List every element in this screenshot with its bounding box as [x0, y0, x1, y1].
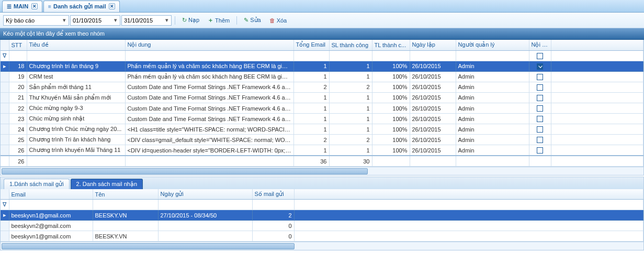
col-ten[interactable]: Tên: [93, 189, 158, 200]
col-somail[interactable]: Số mail gửi: [252, 189, 294, 200]
header-row: STT Tiêu đề Nội dung Tổng Email SL thành…: [1, 40, 643, 50]
horizontal-scrollbar[interactable]: [1, 242, 643, 250]
table-row[interactable]: 24Chương trình Chúc mừng ngày 20...<H1 c…: [1, 124, 643, 135]
filter-cell[interactable]: [252, 200, 294, 210]
table-row[interactable]: beeskyvn2@gmail.com0: [1, 221, 643, 231]
cell-rate: 100%: [372, 92, 410, 103]
scrollbar-thumb[interactable]: [2, 168, 368, 174]
checkbox-icon[interactable]: [537, 74, 543, 80]
filter-icon[interactable]: ∇: [1, 50, 9, 61]
col-tltc[interactable]: TL thành c...: [372, 40, 410, 50]
cell-content: Phần mềm quản lý và chăm sóc khách hàng …: [125, 61, 293, 71]
col-noibo[interactable]: Nội bộ: [529, 40, 551, 50]
checkbox-icon[interactable]: [537, 126, 543, 133]
col-tongemail[interactable]: Tổng Email: [293, 40, 329, 50]
report-period-input[interactable]: [6, 16, 60, 25]
checkbox-icon[interactable]: [537, 147, 543, 154]
table-row[interactable]: beeskyvn1@gmail.comBEESKY.VN0: [1, 231, 643, 242]
checkbox-icon[interactable]: [537, 95, 543, 101]
checkbox-icon[interactable]: [537, 84, 543, 91]
cell-checkbox[interactable]: [529, 114, 551, 124]
date-to-input[interactable]: [124, 16, 163, 25]
dropdown-arrow-icon[interactable]: ▾: [60, 16, 67, 25]
filter-cell[interactable]: [9, 200, 93, 210]
col-ngaylap[interactable]: Ngày lập: [410, 40, 456, 50]
col-sltc[interactable]: SL thành công: [329, 40, 372, 50]
cell-succ: 1: [329, 92, 372, 103]
filter-cell[interactable]: [293, 50, 329, 61]
cell-checkbox[interactable]: [529, 103, 551, 113]
filter-cell[interactable]: [158, 200, 252, 210]
indicator-header: [1, 189, 9, 200]
filter-cell[interactable]: [329, 50, 372, 61]
cell-spacer: [551, 82, 643, 92]
col-noidung[interactable]: Nội dung: [125, 40, 293, 50]
date-from-input[interactable]: [73, 16, 111, 25]
table-row[interactable]: 20Sản phẩm mới tháng 11Custom Date and T…: [1, 82, 643, 92]
checkbox-icon[interactable]: [537, 105, 543, 112]
table-row[interactable]: 26Chương trình khuyến Mãi Tháng 11<DIV i…: [1, 145, 643, 156]
group-panel[interactable]: Kéo một cột lên đây để xem theo nhóm: [0, 28, 644, 40]
col-nguoiql[interactable]: Người quản lý: [456, 40, 529, 50]
add-button[interactable]: ＋ Thêm: [204, 15, 233, 26]
tab-close-icon[interactable]: ✕: [31, 3, 38, 9]
cell-checkbox[interactable]: [529, 124, 551, 135]
cell-checkbox[interactable]: [529, 71, 551, 82]
horizontal-scrollbar[interactable]: [1, 167, 643, 175]
cell-checkbox[interactable]: [529, 82, 551, 92]
cell-checkbox[interactable]: [529, 92, 551, 103]
tab-label: Danh sách gửi mail: [53, 3, 106, 10]
table-row[interactable]: ▸beeskyvn1@gmail.comBEESKY.VN27/10/2015 …: [1, 210, 643, 221]
filter-cell[interactable]: [9, 50, 27, 61]
col-stt[interactable]: STT: [9, 40, 27, 50]
cell-stt: 21: [9, 92, 27, 103]
col-tieude[interactable]: Tiêu đề: [27, 40, 125, 50]
table-row[interactable]: 25Chương trình Tri ân khách hàng<DIV cla…: [1, 135, 643, 145]
cell-title: Chúc mừng sinh nhật: [27, 114, 125, 124]
cell-checkbox[interactable]: [529, 135, 551, 145]
tab-mail-list[interactable]: ≡ Danh sách gửi mail ✕: [43, 1, 120, 12]
tab-main[interactable]: ☰ MAIN ✕: [2, 1, 42, 12]
filter-cell[interactable]: [27, 50, 125, 61]
filter-cell[interactable]: [372, 50, 410, 61]
filter-cell[interactable]: [93, 200, 158, 210]
filter-cell[interactable]: [529, 50, 551, 61]
cell-title: Chương trình tri ân tháng 9: [27, 61, 125, 71]
cell-checkbox[interactable]: [529, 145, 551, 156]
edit-button[interactable]: ✎ Sửa: [240, 15, 264, 25]
date-from[interactable]: ▾: [70, 15, 120, 26]
reload-button[interactable]: ↻ Nạp: [178, 15, 203, 25]
dropdown-arrow-icon[interactable]: ▾: [111, 16, 119, 25]
checkbox-icon[interactable]: [537, 137, 543, 143]
table-row[interactable]: 22Chúc mừng ngày 9-3Custom Date and Time…: [1, 103, 643, 113]
checkbox-icon[interactable]: [537, 53, 543, 59]
filter-cell[interactable]: [410, 50, 456, 61]
tab-sent-list[interactable]: 1.Dánh sách mail gửi: [4, 179, 70, 189]
cell-checkbox[interactable]: [529, 61, 551, 71]
filter-cell[interactable]: [456, 50, 529, 61]
cell-content: Phần mềm quản lý và chăm sóc khách hàng …: [125, 71, 293, 82]
delete-button[interactable]: 🗑 Xóa: [266, 16, 291, 25]
cell-date: 26/10/2015: [410, 135, 456, 145]
cell-total: 1: [293, 145, 329, 156]
checkbox-icon[interactable]: [537, 116, 543, 122]
filter-icon[interactable]: ∇: [1, 200, 9, 210]
cell-content: <DIV class=gmail_default style="WHITE-SP…: [125, 135, 293, 145]
checkbox-icon[interactable]: [537, 63, 543, 70]
table-row[interactable]: 21Thư Khuyến Mãi sản phẩm mớiCustom Date…: [1, 92, 643, 103]
dropdown-arrow-icon[interactable]: ▾: [163, 16, 170, 25]
table-row[interactable]: ▸18Chương trình tri ân tháng 9Phần mềm q…: [1, 61, 643, 71]
filter-cell[interactable]: [125, 50, 293, 61]
table-row[interactable]: 19CRM testPhần mềm quản lý và chăm sóc k…: [1, 71, 643, 82]
cell-succ: 1: [329, 114, 372, 124]
tab-received-list[interactable]: 2. Danh sách mail nhận: [71, 179, 143, 189]
tab-close-icon[interactable]: ✕: [109, 3, 115, 9]
report-period-select[interactable]: ▾: [3, 15, 69, 26]
refresh-icon: ↻: [182, 17, 187, 24]
date-to[interactable]: ▾: [121, 15, 172, 26]
row-indicator: [1, 103, 9, 113]
col-ngaygui[interactable]: Ngày gửi: [158, 189, 252, 200]
col-email[interactable]: Email: [9, 189, 93, 200]
table-row[interactable]: 23Chúc mừng sinh nhậtCustom Date and Tim…: [1, 114, 643, 124]
scrollbar-thumb[interactable]: [2, 243, 295, 249]
